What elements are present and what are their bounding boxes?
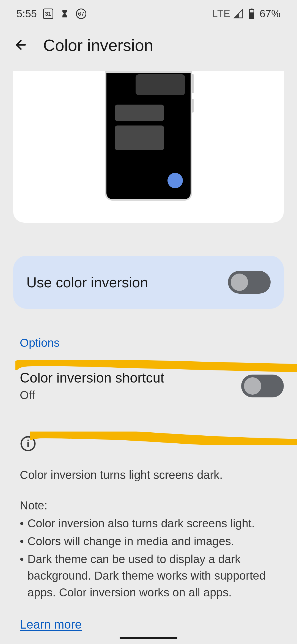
status-right: LTE 67%: [212, 8, 280, 20]
shortcut-switch[interactable]: [241, 375, 284, 397]
switch-thumb-icon: [231, 274, 248, 291]
battery-icon: [246, 9, 257, 19]
info-text: Color inversion turns light screens dark…: [20, 467, 277, 601]
shortcut-status: Off: [20, 389, 226, 402]
shortcut-title: Color inversion shortcut: [20, 370, 226, 386]
status-bar: 5:55 31 67 LTE 67%: [0, 0, 297, 28]
page-title: Color inversion: [43, 36, 153, 55]
info-intro: Color inversion turns light screens dark…: [20, 467, 277, 484]
svg-rect-2: [249, 12, 254, 18]
shortcut-row[interactable]: Color inversion shortcut Off: [20, 367, 284, 405]
battery-percent: 67%: [260, 8, 280, 20]
phone-side-button-icon: [192, 99, 194, 113]
switch-thumb-icon: [244, 377, 261, 395]
info-bullet-text: Color inversion also turns dark screens …: [28, 515, 255, 532]
phone-screen: [106, 73, 191, 199]
shortcut-text: Color inversion shortcut Off: [20, 370, 226, 402]
svg-point-5: [28, 440, 29, 441]
annotation-highlight-icon: [15, 360, 297, 372]
annotation-highlight-icon: [30, 432, 297, 445]
network-label: LTE: [212, 8, 230, 20]
info-bullet: •Dark theme can be used to display a dar…: [20, 551, 277, 601]
info-bullet-text: Dark theme can be used to display a dark…: [28, 551, 277, 601]
mock-block-icon: [136, 74, 185, 95]
nav-handle[interactable]: [120, 637, 177, 639]
clock-time: 5:55: [16, 8, 37, 20]
signal-icon: [233, 9, 244, 19]
mock-block-icon: [115, 125, 164, 150]
info-bullet: •Color inversion also turns dark screens…: [20, 515, 277, 532]
info-bullet-text: Colors will change in media and images.: [28, 533, 234, 550]
mock-block-icon: [115, 105, 164, 121]
mock-fab-icon: [167, 173, 183, 188]
back-button[interactable]: [14, 38, 28, 53]
preview-card: [13, 71, 284, 223]
use-color-inversion-switch[interactable]: [228, 271, 271, 294]
circled-number-icon: 67: [76, 9, 86, 19]
vertical-separator: [231, 367, 231, 405]
calendar-icon: 31: [43, 9, 53, 19]
learn-more-link[interactable]: Learn more: [20, 618, 82, 631]
phone-mockup: [105, 71, 192, 201]
info-note-label: Note:: [20, 497, 277, 514]
options-header: Options: [20, 336, 277, 350]
status-left: 5:55 31 67: [16, 8, 86, 20]
app-bar: Color inversion: [0, 28, 297, 71]
hourglass-icon: [59, 9, 70, 19]
info-bullet: •Colors will change in media and images.: [20, 533, 277, 550]
use-color-inversion-label: Use color inversion: [26, 274, 148, 291]
use-color-inversion-row[interactable]: Use color inversion: [13, 256, 284, 309]
phone-side-button-icon: [192, 74, 194, 93]
